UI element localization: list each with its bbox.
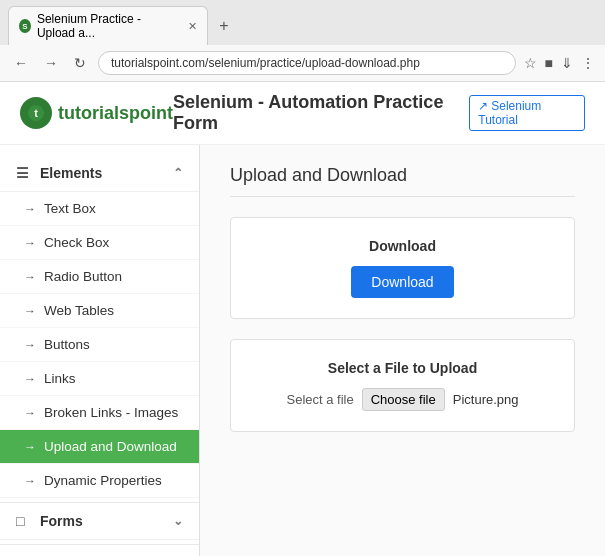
sidebar-item-label: Upload and Download bbox=[44, 439, 177, 454]
elements-label: Elements bbox=[40, 165, 102, 181]
tab-bar: S Selenium Practice - Upload a... ✕ + bbox=[0, 0, 605, 45]
download-icon[interactable]: ⇓ bbox=[561, 55, 573, 71]
arrow-icon: → bbox=[24, 304, 36, 318]
page-title: Selenium - Automation Practice Form bbox=[173, 92, 469, 134]
sidebar-item-label: Web Tables bbox=[44, 303, 114, 318]
arrow-icon: → bbox=[24, 270, 36, 284]
tab-title: Selenium Practice - Upload a... bbox=[37, 12, 178, 40]
svg-text:t: t bbox=[34, 107, 38, 119]
logo-brand-plain: tutorials bbox=[58, 103, 129, 123]
sidebar-item-checkbox[interactable]: → Check Box bbox=[0, 226, 199, 260]
choose-file-button[interactable]: Choose file bbox=[362, 388, 445, 411]
back-button[interactable]: ← bbox=[10, 53, 32, 73]
toolbar-icons: ☆ ■ ⇓ ⋮ bbox=[524, 55, 595, 71]
sidebar-item-label: Buttons bbox=[44, 337, 90, 352]
sidebar-item-label: Dynamic Properties bbox=[44, 473, 162, 488]
arrow-icon: → bbox=[24, 406, 36, 420]
arrow-icon: → bbox=[24, 202, 36, 216]
alerts-section: ♡ Alerts, Frames & Windows ⌄ bbox=[0, 544, 199, 556]
logo-text: tutorialspoint bbox=[58, 103, 173, 124]
alerts-section-header[interactable]: ♡ Alerts, Frames & Windows ⌄ bbox=[0, 545, 199, 556]
tutorial-link[interactable]: ↗Selenium Tutorial bbox=[469, 95, 585, 131]
external-link-icon: ↗ bbox=[478, 99, 488, 113]
url-input[interactable] bbox=[98, 51, 516, 75]
reload-button[interactable]: ↻ bbox=[70, 53, 90, 73]
forms-chevron-icon: ⌄ bbox=[173, 514, 183, 528]
sidebar-item-links[interactable]: → Links bbox=[0, 362, 199, 396]
arrow-icon: → bbox=[24, 338, 36, 352]
hamburger-icon: ☰ bbox=[16, 165, 32, 181]
elements-section: ☰ Elements ⌃ → Text Box → Check Box → Ra… bbox=[0, 155, 199, 498]
sidebar-item-textbox[interactable]: → Text Box bbox=[0, 192, 199, 226]
bookmark-icon[interactable]: ☆ bbox=[524, 55, 537, 71]
tab-favicon: S bbox=[19, 19, 31, 33]
sidebar-item-buttons[interactable]: → Buttons bbox=[0, 328, 199, 362]
forms-icon: □ bbox=[16, 513, 32, 529]
download-section: Download Download bbox=[230, 217, 575, 319]
logo-brand-bold: point bbox=[129, 103, 173, 123]
sidebar-item-label: Text Box bbox=[44, 201, 96, 216]
sidebar-item-brokenlinks[interactable]: → Broken Links - Images bbox=[0, 396, 199, 430]
sidebar-item-label: Check Box bbox=[44, 235, 109, 250]
sidebar-item-label: Broken Links - Images bbox=[44, 405, 178, 420]
download-section-title: Download bbox=[251, 238, 554, 254]
forms-section: □ Forms ⌄ bbox=[0, 502, 199, 540]
active-tab[interactable]: S Selenium Practice - Upload a... ✕ bbox=[8, 6, 208, 45]
logo-area: t tutorialspoint bbox=[20, 97, 173, 129]
elements-chevron-icon: ⌃ bbox=[173, 166, 183, 180]
forms-label: Forms bbox=[40, 513, 83, 529]
upload-section: Select a File to Upload Select a file Ch… bbox=[230, 339, 575, 432]
content-area: Upload and Download Download Download Se… bbox=[200, 145, 605, 556]
arrow-icon: → bbox=[24, 474, 36, 488]
sidebar: ☰ Elements ⌃ → Text Box → Check Box → Ra… bbox=[0, 145, 200, 556]
extensions-icon[interactable]: ■ bbox=[545, 55, 553, 71]
sidebar-item-dynamicprops[interactable]: → Dynamic Properties bbox=[0, 464, 199, 498]
sidebar-item-uploaddownload[interactable]: → Upload and Download bbox=[0, 430, 199, 464]
sidebar-item-label: Links bbox=[44, 371, 76, 386]
forms-section-header[interactable]: □ Forms ⌄ bbox=[0, 503, 199, 540]
main-layout: ☰ Elements ⌃ → Text Box → Check Box → Ra… bbox=[0, 145, 605, 556]
logo-icon: t bbox=[20, 97, 52, 129]
browser-chrome: S Selenium Practice - Upload a... ✕ + ← … bbox=[0, 0, 605, 82]
menu-icon[interactable]: ⋮ bbox=[581, 55, 595, 71]
file-name-display: Picture.png bbox=[453, 392, 519, 407]
arrow-icon: → bbox=[24, 236, 36, 250]
tab-close-button[interactable]: ✕ bbox=[188, 20, 197, 33]
elements-section-header[interactable]: ☰ Elements ⌃ bbox=[0, 155, 199, 192]
sidebar-item-label: Radio Button bbox=[44, 269, 122, 284]
upload-section-title: Select a File to Upload bbox=[251, 360, 554, 376]
sidebar-item-radiobutton[interactable]: → Radio Button bbox=[0, 260, 199, 294]
site-header: t tutorialspoint Selenium - Automation P… bbox=[0, 82, 605, 145]
content-title: Upload and Download bbox=[230, 165, 575, 197]
page-content: t tutorialspoint Selenium - Automation P… bbox=[0, 82, 605, 556]
arrow-icon: → bbox=[24, 372, 36, 386]
upload-row: Select a file Choose file Picture.png bbox=[251, 388, 554, 411]
new-tab-button[interactable]: + bbox=[212, 14, 236, 38]
download-button[interactable]: Download bbox=[351, 266, 453, 298]
sidebar-item-webtables[interactable]: → Web Tables bbox=[0, 294, 199, 328]
select-file-label: Select a file bbox=[286, 392, 353, 407]
arrow-icon: → bbox=[24, 440, 36, 454]
forward-button[interactable]: → bbox=[40, 53, 62, 73]
address-bar: ← → ↻ ☆ ■ ⇓ ⋮ bbox=[0, 45, 605, 81]
